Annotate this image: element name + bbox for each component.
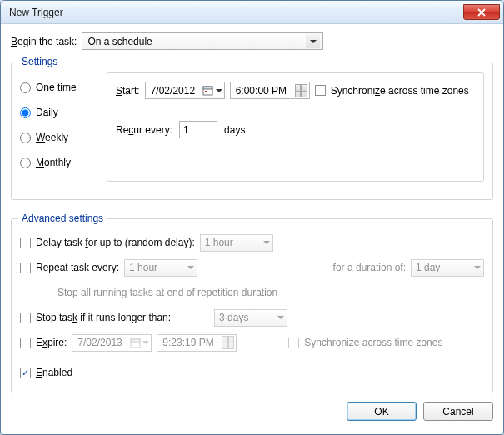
calendar-icon — [202, 85, 214, 97]
spinner-down-icon[interactable] — [295, 91, 307, 98]
delay-checkbox[interactable] — [20, 238, 31, 248]
stop-at-end-checkbox — [42, 288, 52, 298]
enabled-label: Enabled — [36, 367, 72, 378]
dialog-buttons: OK Cancel — [11, 393, 493, 421]
recur-value-field[interactable]: 1 — [179, 121, 217, 138]
delay-label: Delay task for up to (random delay): — [36, 237, 195, 248]
expire-time-field[interactable]: 9:23:19 PM — [157, 334, 237, 352]
svg-rect-4 — [131, 339, 140, 342]
settings-legend: Settings — [18, 56, 61, 68]
settings-group: Settings One time Daily Weekly — [11, 62, 493, 200]
calendar-icon — [129, 337, 141, 348]
repeat-value: 1 hour — [129, 262, 157, 273]
stop-longer-checkbox[interactable] — [20, 312, 31, 323]
enabled-checkbox[interactable] — [20, 368, 31, 378]
delay-combo[interactable]: 1 hour — [200, 234, 273, 252]
expire-sync-tz-checkbox — [288, 338, 299, 348]
recur-label-post: days — [224, 124, 245, 136]
repeat-label: Repeat task every: — [36, 262, 119, 273]
window-close-button[interactable] — [463, 4, 500, 20]
spinner-up-icon[interactable] — [222, 336, 234, 342]
radio-daily[interactable]: Daily — [20, 107, 102, 118]
radio-monthly[interactable]: Monthly — [20, 157, 102, 168]
start-date-value: 7/02/2012 — [151, 85, 195, 97]
stop-longer-combo[interactable]: 3 days — [214, 309, 287, 327]
titlebar: New Trigger — [1, 1, 503, 24]
sync-tz-label: Synchronize across time zones — [331, 85, 469, 97]
new-trigger-dialog: New Trigger Begin the task: On a schedul… — [0, 0, 504, 435]
chevron-down-icon — [216, 89, 222, 92]
cancel-button[interactable]: Cancel — [423, 402, 493, 421]
advanced-legend: Advanced settings — [18, 212, 107, 224]
window-title: New Trigger — [9, 7, 63, 18]
duration-value: 1 day — [416, 262, 440, 273]
begin-task-value: On a schedule — [87, 36, 152, 48]
begin-task-label: Begin the task: — [11, 36, 77, 48]
chevron-down-icon — [187, 266, 194, 269]
ok-button[interactable]: OK — [347, 402, 417, 421]
duration-combo[interactable]: 1 day — [411, 259, 484, 277]
start-date-field[interactable]: 7/02/2012 — [145, 82, 225, 99]
chevron-down-icon — [263, 241, 270, 244]
spinner-up-icon[interactable] — [295, 84, 307, 91]
expire-checkbox[interactable] — [20, 338, 31, 348]
svg-rect-1 — [203, 87, 212, 89]
stop-longer-value: 3 days — [219, 312, 248, 323]
recur-label-pre: Recur every: — [116, 124, 172, 136]
stop-at-end-label: Stop all running tasks at end of repetit… — [57, 287, 277, 298]
close-icon — [477, 8, 486, 17]
spinner-down-icon[interactable] — [222, 342, 234, 349]
expire-date-value: 7/02/2013 — [77, 337, 122, 348]
chevron-down-icon — [474, 266, 481, 269]
recur-value: 1 — [183, 124, 189, 136]
radio-weekly-input[interactable] — [20, 132, 31, 143]
dropdown-arrow-icon — [306, 34, 320, 48]
repeat-combo[interactable]: 1 hour — [124, 259, 197, 277]
chevron-down-icon — [277, 316, 284, 319]
expire-date-field[interactable]: 7/02/2013 — [72, 334, 152, 352]
advanced-settings-group: Advanced settings Delay task for up to (… — [11, 218, 493, 393]
expire-label: Expire: — [36, 337, 67, 348]
dialog-content: Begin the task: On a schedule Settings O… — [1, 24, 503, 434]
delay-value: 1 hour — [205, 237, 233, 248]
expire-time-value: 9:23:19 PM — [162, 337, 213, 348]
radio-one-time-input[interactable] — [20, 82, 31, 93]
radio-weekly[interactable]: Weekly — [20, 132, 102, 143]
radio-monthly-input[interactable] — [20, 158, 31, 168]
stop-longer-label: Stop task if it runs longer than: — [36, 312, 171, 323]
start-time-value: 6:00:00 PM — [236, 85, 287, 97]
expire-sync-tz-label: Synchronize across time zones — [304, 337, 442, 348]
repeat-checkbox[interactable] — [20, 262, 31, 273]
time-spinner[interactable] — [222, 336, 234, 349]
start-time-field[interactable]: 6:00:00 PM — [230, 82, 310, 99]
duration-label: for a duration of: — [333, 262, 406, 273]
radio-one-time[interactable]: One time — [20, 82, 102, 93]
radio-daily-input[interactable] — [20, 108, 31, 118]
schedule-type-radiogroup: One time Daily Weekly Monthly — [20, 72, 102, 182]
begin-task-dropdown[interactable]: On a schedule — [82, 32, 323, 50]
start-label: Start: — [116, 85, 140, 97]
time-spinner[interactable] — [295, 84, 307, 98]
sync-tz-checkbox[interactable] — [315, 85, 326, 96]
chevron-down-icon — [142, 341, 149, 344]
schedule-detail-panel: Start: 7/02/2012 6:00:00 PM — [107, 72, 484, 182]
svg-rect-2 — [205, 91, 207, 92]
